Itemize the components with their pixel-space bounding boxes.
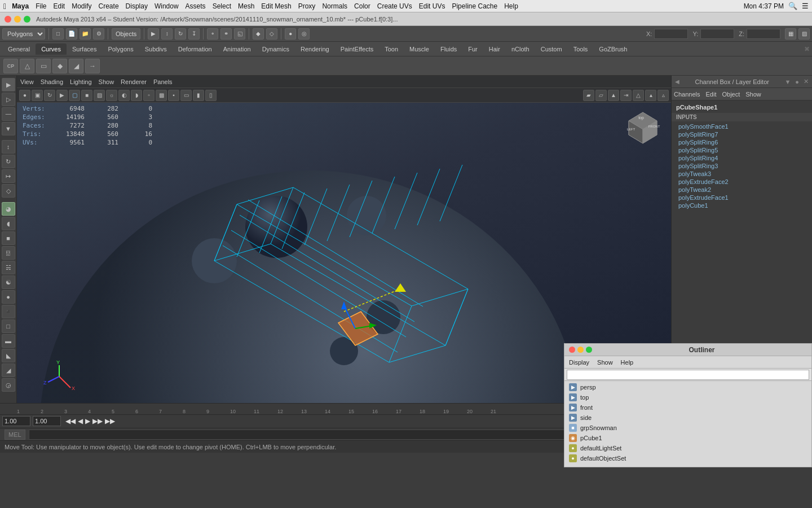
cb-show-menu[interactable]: Show <box>745 91 761 98</box>
tab-curves[interactable]: Curves <box>36 43 67 55</box>
cb-item-2[interactable]: polySplitRing6 <box>672 138 812 146</box>
vp-shading-menu[interactable]: Shading <box>41 78 63 85</box>
poly-tool-9[interactable]: ◢ <box>2 364 15 377</box>
poly-tool-8[interactable]: ◣ <box>2 349 15 362</box>
play-back-icon[interactable]: ◀◀ <box>65 417 76 425</box>
tab-polygons[interactable]: Polygons <box>102 43 139 55</box>
poly-tool-5[interactable]: ◾ <box>2 305 15 318</box>
tb-icon-1[interactable]: □ <box>52 28 64 40</box>
cb-pin-icon[interactable]: ● <box>795 78 799 85</box>
vp-lighting-menu[interactable]: Lighting <box>70 78 92 85</box>
poly-tool-4[interactable]: ● <box>2 290 15 304</box>
tab-animation[interactable]: Animation <box>218 43 257 55</box>
vp-screen-icon[interactable]: ◗ <box>131 90 142 101</box>
move-tool[interactable]: ↕ <box>2 140 15 154</box>
tab-hair[interactable]: Hair <box>483 43 506 55</box>
vp-render2-icon[interactable]: △ <box>633 90 644 101</box>
outliner-maximize[interactable] <box>586 347 592 353</box>
app-name[interactable]: Maya <box>12 2 29 10</box>
cb-item-3[interactable]: polySplitRing5 <box>672 146 812 154</box>
rotate-icon[interactable]: ↻ <box>175 28 186 40</box>
tb-icon-3[interactable]: 📁 <box>80 28 91 40</box>
shelf-nurbs3[interactable]: ◆ <box>52 59 67 73</box>
search-icon[interactable]: 🔍 <box>788 2 797 10</box>
tb-icon-2[interactable]: 📄 <box>66 28 77 40</box>
shelf-nurbs2[interactable]: ▭ <box>36 59 51 73</box>
cb-item-4[interactable]: polySplitRing4 <box>672 154 812 162</box>
tab-surfaces[interactable]: Surfaces <box>67 43 102 55</box>
objects-button[interactable]: Objects <box>112 28 140 40</box>
outliner-search-input[interactable] <box>567 370 809 380</box>
vp-view-menu[interactable]: View <box>20 78 34 85</box>
snap-icon-3[interactable]: ◱ <box>234 28 245 40</box>
out-item-persp[interactable]: ▶ persp <box>564 382 811 392</box>
cb-collapse-icon[interactable]: ◀ <box>675 78 679 85</box>
select-tool-2[interactable]: ▷ <box>2 93 15 106</box>
vp-aa-icon[interactable]: ▩ <box>156 90 167 101</box>
rotate-tool[interactable]: ↻ <box>2 155 15 168</box>
out-item-defaultlightset[interactable]: ● defaultLightSet <box>564 443 811 453</box>
tab-dynamics[interactable]: Dynamics <box>257 43 295 55</box>
cb-edit-menu[interactable]: Edit <box>705 91 716 98</box>
tab-muscle[interactable]: Muscle <box>404 43 435 55</box>
move-icon[interactable]: ↕ <box>161 28 173 40</box>
vp-shadow-icon[interactable]: ◐ <box>118 90 130 101</box>
poly-tool-6[interactable]: □ <box>2 319 15 333</box>
create-uvs-menu[interactable]: Create UVs <box>377 2 412 10</box>
mode-selector[interactable]: Polygons <box>2 28 45 40</box>
tab-fur[interactable]: Fur <box>462 43 483 55</box>
out-display-menu[interactable]: Display <box>569 359 589 366</box>
next-frame-icon[interactable]: ▶▶ <box>92 417 103 425</box>
tab-rendering[interactable]: Rendering <box>295 43 335 55</box>
shelf-close[interactable]: ✖ <box>804 45 810 53</box>
shelf-nurbs5[interactable]: → <box>85 59 100 73</box>
shelf-cp-icon[interactable]: CP <box>3 59 18 73</box>
component-mode[interactable]: ■ <box>2 231 15 245</box>
vp-panels-menu[interactable]: Panels <box>153 78 173 85</box>
vp-isolate-icon[interactable]: ▴ <box>645 90 656 101</box>
close-button[interactable] <box>5 16 11 23</box>
z-input[interactable] <box>747 29 780 39</box>
lasso-tool[interactable]: ⸻ <box>2 107 15 121</box>
out-item-pcube1[interactable]: ◉ pCube1 <box>564 433 811 443</box>
poly-tool-2[interactable]: ☵ <box>2 261 15 274</box>
tab-general[interactable]: General <box>2 43 36 55</box>
layout-icon[interactable]: ▨ <box>798 28 810 40</box>
cb-item-0[interactable]: polySmoothFace1 <box>672 122 812 130</box>
timeline-current-input[interactable] <box>33 416 61 426</box>
soft-select-2[interactable]: ◖ <box>2 217 15 230</box>
cb-settings-icon[interactable]: ▼ <box>784 78 791 85</box>
mesh-menu[interactable]: Mesh <box>238 2 254 10</box>
help-menu[interactable]: Help <box>504 2 518 10</box>
normals-menu[interactable]: Normals <box>322 2 347 10</box>
soft-select[interactable]: ◕ <box>2 202 15 216</box>
file-menu[interactable]: File <box>36 2 46 10</box>
vp-cam-icon[interactable]: ▶ <box>56 90 68 101</box>
cb-object-menu[interactable]: Object <box>722 91 740 98</box>
poly-tool-7[interactable]: ▬ <box>2 334 15 348</box>
out-item-top[interactable]: ▶ top <box>564 392 811 402</box>
out-help-menu[interactable]: Help <box>621 359 634 366</box>
tab-toon[interactable]: Toon <box>379 43 404 55</box>
prev-frame-icon[interactable]: ◀ <box>78 417 83 425</box>
scale-icon[interactable]: ↧ <box>188 28 200 40</box>
select-icon[interactable]: ▶ <box>148 28 159 40</box>
display-menu[interactable]: Display <box>126 2 148 10</box>
vp-home-icon[interactable]: ● <box>19 90 30 101</box>
cb-item-1[interactable]: polySplitRing7 <box>672 130 812 138</box>
out-item-front[interactable]: ▶ front <box>564 402 811 413</box>
cb-item-8[interactable]: polyTweak2 <box>672 186 812 194</box>
vp-wireframe-icon[interactable]: ▢ <box>69 90 80 101</box>
cb-item-7[interactable]: polyExtrudeFace2 <box>672 178 812 186</box>
manip-tool[interactable]: ◇ <box>2 184 15 198</box>
window-menu[interactable]: Window <box>155 2 179 10</box>
vp-select-icon[interactable]: ▰ <box>583 90 594 101</box>
vp-layout-icon[interactable]: ▵ <box>657 90 669 101</box>
paint-select[interactable]: ▼ <box>2 122 15 135</box>
edit-menu[interactable]: Edit <box>54 2 65 10</box>
notification-icon[interactable]: ☰ <box>802 2 809 10</box>
scale-tool[interactable]: ↦ <box>2 169 15 183</box>
tab-gozbrush[interactable]: GoZBrush <box>593 43 633 55</box>
paint-tool[interactable]: ◶ <box>2 378 15 392</box>
x-input[interactable] <box>654 29 688 39</box>
